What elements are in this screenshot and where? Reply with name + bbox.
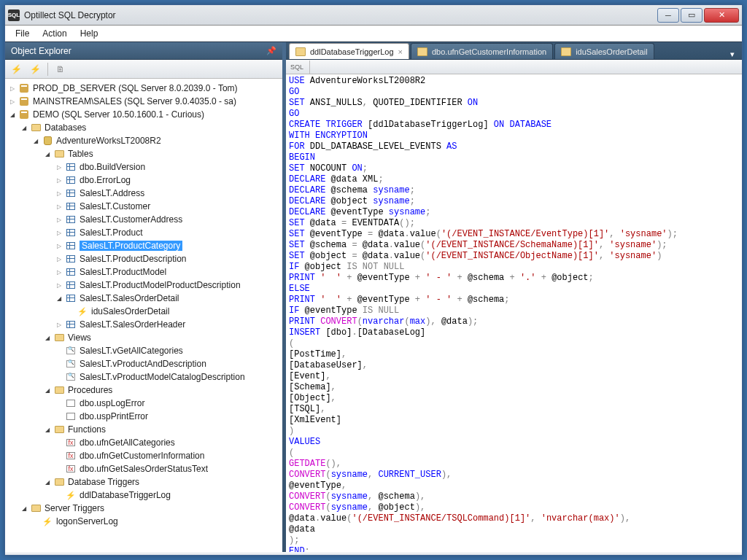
refresh-button[interactable]: 🗎: [53, 62, 69, 77]
tree-node[interactable]: fxdbo.ufnGetAllCategories: [5, 436, 282, 449]
titlebar[interactable]: SQL Optillect SQL Decryptor ─ ▭ ✕: [5, 5, 742, 26]
editor-tab[interactable]: dbo.ufnGetCustomerInformation: [411, 43, 553, 59]
icon-view-icon: [65, 346, 77, 356]
tree-node[interactable]: DEMO (SQL Server 10.50.1600.1 - Curious): [5, 108, 282, 121]
tab-label: ddlDatabaseTriggerLog: [310, 47, 394, 56]
icon-trigger-icon: ⚡: [42, 516, 53, 526]
tree-node[interactable]: SalesLT.Customer: [5, 200, 282, 213]
code-editor[interactable]: USE AdventureWorksLT2008R2GOSET ANSI_NUL…: [286, 74, 742, 552]
tree-label: dbo.BuildVersion: [80, 162, 145, 172]
tree-node[interactable]: SalesLT.vProductModelCatalogDescription: [5, 370, 282, 384]
expand-arrow[interactable]: [31, 137, 40, 144]
tree-node[interactable]: dbo.uspLogError: [5, 397, 282, 410]
tree-node[interactable]: ⚡logonServerLog: [5, 515, 282, 528]
tree-node[interactable]: AdventureWorksLT2008R2: [5, 134, 282, 147]
tree-node[interactable]: fxdbo.ufnGetCustomerInformation: [5, 449, 282, 462]
expand-arrow[interactable]: [43, 334, 52, 341]
expand-arrow[interactable]: [55, 216, 63, 223]
tree-node[interactable]: ⚡ddlDatabaseTriggerLog: [5, 489, 282, 502]
tree-node[interactable]: SalesLT.vProductAndDescription: [5, 357, 282, 370]
tree-label: ddlDatabaseTriggerLog: [80, 490, 171, 500]
expand-arrow[interactable]: [55, 176, 63, 184]
tree-node[interactable]: dbo.ErrorLog: [5, 174, 282, 187]
tab-menu-dropdown[interactable]: ▾: [726, 50, 739, 59]
statusbar: [5, 552, 742, 555]
tree-node[interactable]: SalesLT.SalesOrderDetail: [5, 292, 282, 305]
disconnect-button[interactable]: ⚡: [27, 62, 43, 77]
expand-arrow[interactable]: [55, 321, 63, 328]
tab-label: dbo.ufnGetCustomerInformation: [432, 47, 546, 56]
tree-label: iduSalesOrderDetail: [91, 306, 169, 316]
close-button[interactable]: ✕: [704, 8, 739, 23]
expand-arrow[interactable]: [43, 478, 52, 486]
icon-table-icon: [65, 214, 77, 225]
tree-node[interactable]: MAINSTREAM\SALES (SQL Server 9.0.4035.0 …: [5, 95, 282, 108]
expand-arrow[interactable]: [43, 150, 52, 158]
icon-server-icon: [18, 83, 30, 93]
expand-arrow[interactable]: [55, 203, 63, 210]
icon-proc-icon: [65, 411, 77, 421]
editor-tab[interactable]: iduSalesOrderDetail: [554, 43, 654, 59]
object-tree[interactable]: PROD_DB_SERVER (SQL Server 8.0.2039.0 - …: [5, 79, 282, 552]
maximize-button[interactable]: ▭: [681, 8, 703, 23]
expand-arrow[interactable]: [43, 386, 52, 394]
menu-help[interactable]: Help: [74, 27, 104, 40]
tree-label: SalesLT.SalesOrderDetail: [80, 293, 179, 303]
tree-node[interactable]: SalesLT.ProductModelProductDescription: [5, 279, 282, 292]
editor-tab[interactable]: ddlDatabaseTriggerLog×: [289, 43, 409, 59]
icon-func-icon: fx: [65, 438, 77, 448]
expand-arrow[interactable]: [8, 98, 17, 105]
app-window: SQL Optillect SQL Decryptor ─ ▭ ✕ File A…: [4, 4, 743, 556]
pin-icon[interactable]: 📌: [266, 46, 276, 56]
expand-arrow[interactable]: [8, 85, 17, 92]
expand-arrow[interactable]: [55, 163, 63, 171]
tree-node[interactable]: dbo.uspPrintError: [5, 410, 282, 423]
tree-label: SalesLT.Product: [80, 228, 143, 238]
minimize-button[interactable]: ─: [657, 8, 679, 23]
sql-button[interactable]: SQL: [289, 60, 305, 74]
tree-node[interactable]: Database Triggers: [5, 475, 282, 489]
tree-node[interactable]: SalesLT.Product: [5, 226, 282, 239]
menu-action[interactable]: Action: [36, 27, 72, 40]
icon-table-icon: [65, 162, 77, 172]
tree-node[interactable]: SalesLT.ProductModel: [5, 265, 282, 279]
icon-db-icon: [42, 136, 53, 146]
tree-node[interactable]: SalesLT.CustomerAddress: [5, 213, 282, 226]
expand-arrow[interactable]: [55, 190, 63, 197]
expand-arrow[interactable]: [20, 124, 28, 131]
expand-arrow[interactable]: [55, 281, 63, 289]
expand-arrow[interactable]: [55, 255, 63, 262]
menu-file[interactable]: File: [9, 27, 35, 40]
tree-node[interactable]: SalesLT.vGetAllCategories: [5, 344, 282, 357]
tree-node[interactable]: Databases: [5, 121, 282, 134]
tree-node[interactable]: fxdbo.ufnGetSalesOrderStatusText: [5, 462, 282, 475]
tree-node[interactable]: SalesLT.Address: [5, 187, 282, 200]
icon-func-icon: fx: [65, 451, 77, 461]
expand-arrow[interactable]: [55, 229, 63, 236]
tree-node[interactable]: Views: [5, 331, 282, 344]
tree-node[interactable]: SalesLT.ProductCategory: [5, 239, 282, 252]
tree-label: PROD_DB_SERVER (SQL Server 8.0.2039.0 - …: [33, 83, 238, 93]
expand-arrow[interactable]: [55, 295, 63, 302]
expand-arrow[interactable]: [55, 242, 63, 249]
object-explorer-title: Object Explorer: [11, 46, 71, 56]
tree-node[interactable]: Procedures: [5, 384, 282, 397]
tab-close-icon[interactable]: ×: [398, 47, 403, 56]
editor-tabbar: ddlDatabaseTriggerLog×dbo.ufnGetCustomer…: [286, 42, 742, 60]
connect-button[interactable]: ⚡: [8, 62, 24, 77]
tree-node[interactable]: dbo.BuildVersion: [5, 160, 282, 174]
expand-arrow[interactable]: [43, 426, 52, 433]
expand-arrow[interactable]: [20, 505, 28, 512]
tree-node[interactable]: Server Triggers: [5, 502, 282, 515]
expand-arrow[interactable]: [8, 111, 17, 118]
icon-table-icon: [65, 241, 77, 251]
tree-node[interactable]: Tables: [5, 147, 282, 160]
expand-arrow[interactable]: [55, 268, 63, 276]
tree-node[interactable]: ⚡iduSalesOrderDetail: [5, 305, 282, 318]
tree-node[interactable]: PROD_DB_SERVER (SQL Server 8.0.2039.0 - …: [5, 82, 282, 95]
tree-node[interactable]: Functions: [5, 423, 282, 436]
tree-node[interactable]: SalesLT.SalesOrderHeader: [5, 318, 282, 331]
tree-node[interactable]: SalesLT.ProductDescription: [5, 252, 282, 265]
tree-label: SalesLT.SalesOrderHeader: [80, 319, 185, 330]
icon-table-icon: [65, 293, 77, 303]
